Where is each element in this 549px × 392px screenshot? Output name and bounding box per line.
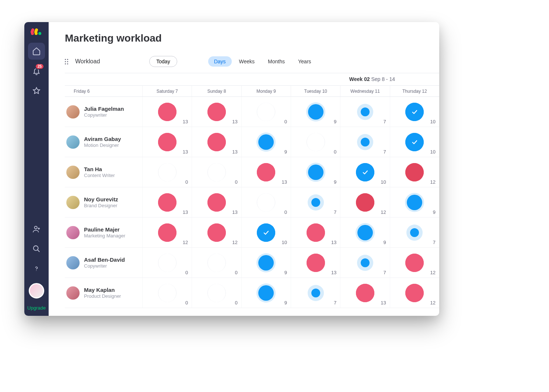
workload-cell[interactable]: 9 (390, 187, 439, 217)
workload-cell[interactable]: 0 (142, 278, 192, 308)
workload-cell[interactable]: 12 (390, 157, 439, 187)
workload-cell[interactable]: 13 (291, 248, 340, 278)
week-label: Week 02 Sep 8 - 14 (349, 76, 395, 82)
workload-bubble (257, 163, 275, 181)
workload-bubble (405, 163, 424, 181)
person-cell[interactable]: Pauline MajerMarketing Manager (65, 218, 142, 247)
person-row: Tan HaContent Writer001391012 (65, 157, 439, 187)
workload-bubble (356, 223, 375, 242)
drag-handle-icon[interactable] (65, 59, 70, 64)
workload-cell[interactable]: 13 (142, 127, 192, 157)
workload-cell[interactable]: 7 (340, 127, 389, 157)
workload-bubble (356, 193, 374, 212)
person-row: Noy GurevitzBrand Designer131307129 (65, 187, 439, 218)
workload-cell[interactable]: 9 (241, 278, 291, 308)
workload-bubble (307, 133, 325, 151)
workload-bubble (207, 133, 226, 151)
workload-cell[interactable]: 12 (390, 248, 439, 278)
notifications-icon[interactable]: 25 (28, 63, 45, 80)
workload-cell[interactable]: 10 (340, 157, 389, 187)
workload-cell[interactable]: 13 (192, 127, 241, 157)
check-icon (263, 229, 269, 236)
workload-bubble (356, 163, 374, 181)
person-cell[interactable]: Asaf Ben-DavidCopywriter (65, 248, 142, 278)
workload-cell[interactable]: 0 (291, 127, 340, 157)
workload-cell[interactable]: 0 (241, 97, 291, 127)
workload-value: 0 (284, 209, 287, 215)
person-cell[interactable]: Noy GurevitzBrand Designer (65, 187, 142, 217)
check-icon (411, 109, 418, 115)
workload-cell[interactable]: 10 (390, 97, 439, 127)
workload-value: 0 (235, 179, 237, 185)
workload-cell[interactable]: 13 (142, 97, 192, 127)
workload-cell[interactable]: 9 (291, 97, 340, 127)
help-icon[interactable] (28, 260, 45, 277)
workload-cell[interactable]: 7 (390, 218, 439, 247)
person-cell[interactable]: Julia FagelmanCopywriter (65, 97, 142, 127)
person-role: Brand Designer (84, 203, 118, 208)
person-cell[interactable]: Aviram GabayMotion Designer (65, 127, 142, 157)
workload-cell[interactable]: 9 (291, 157, 340, 187)
workload-value: 9 (433, 209, 436, 215)
workload-cell[interactable]: 0 (142, 248, 192, 278)
workload-value: 0 (235, 270, 237, 275)
person-cell[interactable]: Tan HaContent Writer (65, 157, 142, 187)
workload-cell[interactable]: 7 (291, 187, 340, 217)
workload-value: 7 (383, 149, 386, 155)
workload-cell[interactable]: 12 (142, 218, 192, 247)
workload-cell[interactable]: 10 (390, 127, 439, 157)
workload-cell[interactable]: 12 (390, 278, 439, 308)
workload-cell[interactable]: 10 (241, 218, 291, 247)
workload-value: 10 (282, 240, 287, 245)
workload-cell[interactable]: 12 (192, 218, 241, 247)
favorites-icon[interactable] (28, 82, 45, 99)
invite-icon[interactable] (28, 220, 45, 237)
workload-cell[interactable]: 0 (142, 157, 192, 187)
left-rail: 25 Upgrade (24, 22, 49, 316)
day-header: Wednesday 11 (340, 86, 389, 96)
workload-cell[interactable]: 13 (291, 218, 340, 247)
workload-cell[interactable]: 9 (340, 218, 389, 247)
today-button[interactable]: Today (149, 56, 177, 67)
check-icon (362, 169, 368, 176)
workload-bubble (405, 284, 424, 302)
upgrade-button[interactable]: Upgrade (24, 301, 49, 316)
range-tab-months[interactable]: Months (262, 56, 291, 67)
workload-cell[interactable]: 13 (340, 278, 389, 308)
search-icon[interactable] (28, 240, 45, 257)
workload-value: 13 (331, 270, 336, 275)
workload-cell[interactable]: 13 (192, 187, 241, 217)
day-header: Saturday 7 (142, 86, 192, 96)
workload-cell[interactable]: 12 (340, 187, 389, 217)
workload-value: 12 (183, 240, 188, 245)
view-name[interactable]: Workload (75, 58, 100, 65)
svg-point-7 (36, 270, 37, 271)
workload-value: 13 (183, 149, 188, 155)
workload-cell[interactable]: 0 (192, 157, 241, 187)
workload-cell[interactable]: 0 (241, 187, 291, 217)
workload-cell[interactable]: 0 (192, 278, 241, 308)
person-cell[interactable]: May KaplanProduct Designer (65, 278, 142, 308)
workload-cell[interactable]: 9 (241, 248, 291, 278)
week-number: Week 02 (349, 76, 370, 82)
workload-bubble (207, 103, 226, 121)
workload-cell[interactable]: 7 (340, 97, 389, 127)
workload-cell[interactable]: 13 (192, 97, 241, 127)
workload-cell[interactable]: 7 (340, 248, 389, 278)
workload-cell[interactable]: 0 (192, 248, 241, 278)
home-icon[interactable] (28, 43, 45, 60)
workload-cell[interactable]: 9 (241, 127, 291, 157)
workload-cell[interactable]: 13 (241, 157, 291, 187)
svg-point-6 (34, 246, 38, 251)
app-logo-icon[interactable] (30, 27, 43, 36)
workload-bubble (158, 223, 176, 242)
person-name: Julia Fagelman (84, 106, 124, 112)
workload-value: 12 (430, 270, 436, 275)
range-tab-weeks[interactable]: Weeks (233, 56, 261, 67)
workload-cell[interactable]: 7 (291, 278, 340, 308)
user-avatar[interactable] (29, 283, 44, 299)
range-tab-days[interactable]: Days (208, 56, 232, 67)
workload-bubble (405, 133, 424, 151)
range-tab-years[interactable]: Years (292, 56, 317, 67)
workload-cell[interactable]: 13 (142, 187, 192, 217)
